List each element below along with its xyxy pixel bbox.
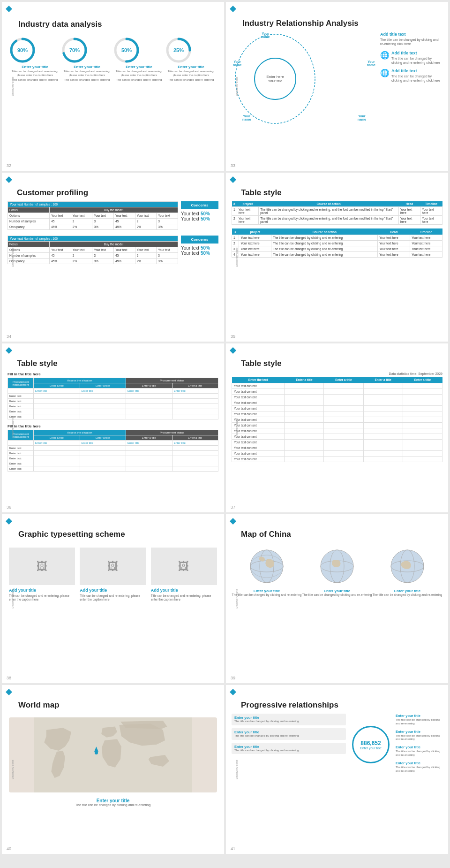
svg-point-20: [95, 751, 98, 754]
globe-title-1: Enter your title: [232, 589, 302, 593]
donut-val-1: 90%: [17, 47, 28, 53]
circle-item-2: 70% Enter your title Title can be change…: [61, 37, 113, 82]
th-35-1-head: Head: [398, 201, 420, 207]
slide-36-title: Table style: [8, 346, 218, 372]
map-title: Enter your title: [9, 798, 217, 803]
assess-1: Assess the situation: [34, 378, 126, 383]
th-37-4: Enter a title: [403, 377, 442, 383]
img-item-1: 🖼 Add your title Title can be changed an…: [9, 548, 75, 602]
cell2-et-4: Enter title: [172, 441, 218, 446]
img-box-2: 🖼: [80, 548, 146, 585]
slide-num-37: 37: [231, 505, 235, 510]
samples-label: Number of samples : 100: [24, 203, 58, 206]
table-35-2: # project Course of action Head Timeline…: [232, 228, 442, 258]
donut-val-3: 50%: [121, 47, 132, 53]
add-title-main: Add title text: [380, 32, 441, 37]
th-37-1: Enter a title: [285, 377, 324, 383]
pct2-line1: Your text 50%: [181, 245, 218, 251]
donut-1: 90%: [9, 37, 36, 64]
enter-a-2: Enter a title: [80, 383, 126, 388]
th-37-3: Enter a title: [363, 377, 403, 383]
table-36-1: Procurement management Assess the situat…: [8, 378, 218, 419]
table-1: Your text Number of samples : 100 Focus …: [8, 201, 178, 230]
slide-accent-36: [6, 347, 12, 354]
right-item-41-2: Enter your title The title can be change…: [396, 730, 442, 742]
circle-item-4: 25% Enter your title Title can be change…: [165, 37, 217, 82]
slide-38: Graphic typesetting scheme 🖼 Add your ti…: [2, 514, 224, 683]
img-title-1: Add your title: [9, 588, 75, 593]
slide-39-title: Map of China: [232, 517, 442, 543]
cell-empty-1: [8, 388, 34, 394]
row2-l: Enter text: [8, 399, 34, 404]
globe-title-3: Enter your title: [373, 589, 442, 593]
img-desc-2: Title can be changed and re-entering, pl…: [80, 594, 146, 602]
prog-box-title-3: Enter your title: [234, 745, 343, 749]
circle-label-4: Enter your title: [165, 65, 217, 69]
table-row-35-2-2: 2Your text hereThe title can be changed …: [232, 241, 442, 246]
circle-desc-4: Title can be changed and re-entering, pl…: [165, 70, 217, 77]
tr-37-10: Your text content: [232, 434, 442, 440]
right-desc-41-3: The title can be changed by clicking and…: [396, 750, 442, 757]
right-desc-41-1: The title can be changed by clicking and…: [396, 718, 442, 726]
slide-39: Map of China Enter your title The title …: [226, 514, 448, 683]
slide-40: World map: [2, 685, 224, 854]
vertical-label-36: Discovery pane: [11, 418, 14, 437]
pair-1: Your text Number of samples : 100 Focus …: [8, 201, 218, 232]
circle-desc3b-3: Title can be changed and re-entering: [113, 78, 165, 82]
concern-box-1: Concerns: [181, 201, 218, 209]
prog-center-circle: 886,652 Enter your text: [352, 726, 390, 763]
tr-37-8: Your text content: [232, 423, 442, 428]
vertical-label-40: Discovery pane: [11, 760, 14, 779]
slide-num-32: 32: [7, 163, 11, 168]
slide-34-title: Customer profiling: [8, 175, 218, 201]
prog-box-title-1: Enter your title: [234, 716, 343, 720]
th-35-2-hash: #: [232, 229, 239, 235]
slide-34: Customer profiling Your text Number of s…: [2, 173, 224, 342]
tr-37-3: Your text content: [232, 395, 442, 400]
prog-box-2: Enter your title The title can be change…: [232, 728, 346, 740]
slide-35-title: Table style: [232, 175, 442, 201]
tr-37-4: Your text content: [232, 400, 442, 406]
circle-item-3: 50% Enter your title Title can be change…: [113, 37, 165, 82]
slide-38-title: Graphic typesetting scheme: [9, 517, 217, 543]
sat-top: Yourname: [261, 32, 270, 38]
img-item-3: 🖼 Add your title Title can be changed an…: [151, 548, 217, 602]
tr-37-5: Your text content: [232, 406, 442, 411]
globe-desc-2: The title can be changed by clicking and…: [302, 593, 372, 597]
row2-4: Enter text: [8, 461, 34, 466]
cell-et-3: Enter title: [126, 388, 172, 394]
right-item-41-1: Enter your title The title can be change…: [396, 714, 442, 726]
right-desc-1: The title can be changed by clicking and…: [391, 56, 441, 65]
your-text-label: Your text: [10, 203, 23, 206]
your-text-label-2: Your text: [10, 237, 23, 240]
proc-mgmt-1: Procurement management: [8, 378, 34, 388]
big-num: 886,652: [360, 740, 381, 746]
table-row-35-2-1: 1Your text hereThe title can be changed …: [232, 235, 442, 241]
circle-item-1: 90% Enter your title Title can be change…: [9, 37, 61, 82]
donut-4: 25%: [165, 37, 192, 64]
pct-line1: Your text 50%: [181, 211, 218, 216]
map-desc: The title can be changed by clicking and…: [9, 803, 217, 807]
slide-num-36: 36: [7, 505, 11, 510]
th-35-1-tl: Timeline: [420, 201, 442, 207]
right-desc-41-4: The title can be changed by clicking and…: [396, 766, 442, 773]
right-item-1: 🌐 Add title text The title can be change…: [380, 51, 441, 65]
donut-2: 70%: [61, 37, 88, 64]
tr-37-12: Your text content: [232, 445, 442, 451]
circle-desc1b-1: Title can be changed and re-entering: [9, 78, 61, 82]
tr-37-2: Your text content: [232, 389, 442, 395]
right-item-2-text: Add title text The title can be changed …: [391, 69, 441, 83]
slide-37: Table style Data statistics time: Septem…: [226, 343, 448, 512]
cell2-empty-1: [8, 441, 34, 446]
samples-label-2: Number of samples : 100: [24, 237, 58, 240]
slide-num-38: 38: [7, 676, 11, 680]
vertical-label-32: Discovery pane: [11, 76, 14, 96]
th-35-1-proj: project: [237, 201, 259, 207]
donut-val-2: 70%: [69, 47, 80, 53]
img-title-2: Add your title: [80, 588, 146, 593]
tr-37-13: Your text content: [232, 451, 442, 457]
table-row-35-1-2: 2 Your text here The title can be change…: [232, 216, 442, 225]
th-37-text: Enter the text: [232, 377, 285, 383]
image-icon-1: 🖼: [37, 560, 48, 573]
slide-accent-40: [6, 689, 12, 695]
